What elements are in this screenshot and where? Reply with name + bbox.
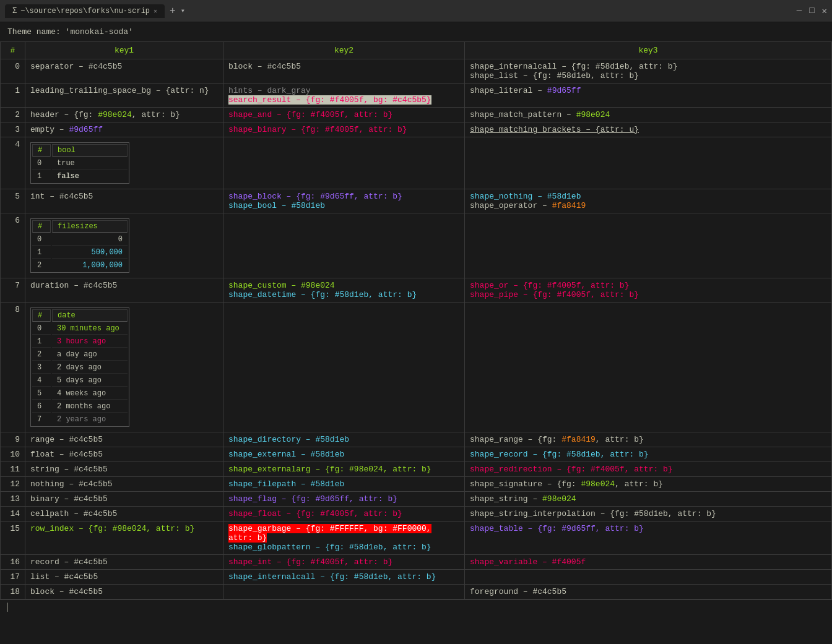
inner-row-num: 1: [32, 171, 51, 182]
row10-col3: shape_record – {fg: #58d1eb, attr: b}: [465, 447, 832, 462]
inner-hash-header: #: [32, 220, 51, 233]
row-num-8: 8: [1, 303, 25, 432]
inner-table-row: 0 true: [32, 158, 128, 170]
row-num-4: 4: [1, 137, 25, 189]
inner-col-header: bool: [52, 144, 128, 157]
row-num-15: 15: [1, 522, 25, 555]
row13-col1: binary – #c4c5b5: [25, 492, 223, 507]
inner-cell: 500,000: [52, 247, 128, 259]
row0-col3: shape_internalcall – {fg: #58d1eb, attr:…: [465, 59, 832, 84]
inner-table-row: 0 0: [32, 234, 128, 246]
new-tab-button[interactable]: +: [170, 6, 176, 17]
row18-col1: block – #c4c5b5: [25, 585, 223, 599]
inner-row-num: 4: [32, 375, 51, 387]
row15-col1: row_index – {fg: #98e024, attr: b}: [25, 522, 223, 555]
row16-col1: record – #c4c5b5: [25, 555, 223, 570]
minimize-button[interactable]: —: [797, 6, 802, 16]
row15-col3: shape_table – {fg: #9d65ff, attr: b}: [465, 522, 832, 555]
close-window-button[interactable]: ✕: [822, 6, 827, 16]
row1-col2: hints – dark_gray search_result – {fg: #…: [223, 84, 465, 108]
inner-row-num: 2: [32, 260, 51, 271]
table-row: 14 cellpath – #c4c5b5 shape_float – {fg:…: [1, 507, 832, 522]
maximize-button[interactable]: □: [809, 6, 814, 16]
table-row: 13 binary – #c4c5b5 shape_flag – {fg: #9…: [1, 492, 832, 507]
row12-col1: nothing – #c4c5b5: [25, 477, 223, 492]
inner-row-num: 2: [32, 349, 51, 361]
table-row: 16 record – #c4c5b5 shape_int – {fg: #f4…: [1, 555, 832, 570]
inner-cell: false: [52, 171, 128, 182]
row16-col3: shape_variable – #f4005f: [465, 555, 832, 570]
row10-col2: shape_external – #58d1eb: [223, 447, 465, 462]
row8-col3: [465, 303, 832, 432]
row12-col2: shape_filepath – #58d1eb: [223, 477, 465, 492]
table-row: 15 row_index – {fg: #98e024, attr: b} sh…: [1, 522, 832, 555]
row17-col2: shape_internalcall – {fg: #58d1eb, attr:…: [223, 570, 465, 585]
inner-col-header: date: [52, 309, 128, 322]
table-row: 4 # bool 0 true: [1, 137, 832, 189]
inner-table-row: 5 4 weeks ago: [32, 388, 128, 400]
row5-col2: shape_block – {fg: #9d65ff, attr: b} sha…: [223, 189, 465, 213]
row-num-18: 18: [1, 585, 25, 599]
inner-cell: 3 hours ago: [52, 336, 128, 348]
row17-col3: [465, 570, 832, 585]
cursor-line: │: [0, 599, 832, 614]
inner-row-num: 6: [32, 401, 51, 413]
row-num-5: 5: [1, 189, 25, 213]
inner-row-num: 0: [32, 234, 51, 246]
inner-cell: 0: [52, 234, 128, 246]
inner-cell: 1,000,000: [52, 260, 128, 271]
inner-row-num: 3: [32, 362, 51, 374]
row14-col1: cellpath – #c4c5b5: [25, 507, 223, 522]
inner-col-header: filesizes: [52, 220, 128, 233]
inner-table-row: 4 5 days ago: [32, 375, 128, 387]
row7-col3: shape_or – {fg: #f4005f, attr: b} shape_…: [465, 278, 832, 303]
row8-col1: # date 0 30 minutes ago 1 3 hours ago: [25, 303, 223, 432]
table-row: 7 duration – #c4c5b5 shape_custom – #98e…: [1, 278, 832, 303]
titlebar: Σ ~\source\repos\forks\nu-scrip ✕ + ▾ — …: [0, 0, 832, 22]
row5-col1: int – #c4c5b5: [25, 189, 223, 213]
terminal-icon: Σ: [12, 7, 17, 15]
inner-cell: 4 weeks ago: [52, 388, 128, 400]
inner-row-num: 5: [32, 388, 51, 400]
row-num-12: 12: [1, 477, 25, 492]
tab-nuscript[interactable]: Σ ~\source\repos\forks\nu-scrip ✕: [5, 4, 165, 18]
table-row: 11 string – #c4c5b5 shape_externalarg – …: [1, 462, 832, 477]
inner-row-num: 1: [32, 247, 51, 259]
row18-col3: foreground – #c4c5b5: [465, 585, 832, 599]
row0-col1: separator – #c4c5b5: [25, 59, 223, 84]
row3-col2: shape_binary – {fg: #f4005f, attr: b}: [223, 122, 465, 137]
row7-col1: duration – #c4c5b5: [25, 278, 223, 303]
row1-col1: leading_trailing_space_bg – {attr: n}: [25, 84, 223, 108]
row13-col2: shape_flag – {fg: #9d65ff, attr: b}: [223, 492, 465, 507]
row11-col2: shape_externalarg – {fg: #98e024, attr: …: [223, 462, 465, 477]
table-row: 2 header – {fg: #98e024, attr: b} shape_…: [1, 108, 832, 122]
row9-col1: range – #c4c5b5: [25, 432, 223, 447]
inner-cell: 5 days ago: [52, 375, 128, 387]
tab-close-button[interactable]: ✕: [154, 7, 157, 15]
inner-row-num: 1: [32, 336, 51, 348]
row6-col1: # filesizes 0 0 1 500,000: [25, 213, 223, 278]
table-row: 0 separator – #c4c5b5 block – #c4c5b5 sh…: [1, 59, 832, 84]
row4-col1: # bool 0 true 1 false: [25, 137, 223, 189]
row-num-0: 0: [1, 59, 25, 84]
window-controls: — □ ✕: [797, 6, 827, 16]
row-num-6: 6: [1, 213, 25, 278]
row4-col3: [465, 137, 832, 189]
inner-table-row: 7 2 years ago: [32, 414, 128, 425]
row-num-1: 1: [1, 84, 25, 108]
inner-hash-header: #: [32, 309, 51, 322]
tab-dropdown-button[interactable]: ▾: [181, 6, 185, 15]
inner-table-row: 1 3 hours ago: [32, 336, 128, 348]
row9-col2: shape_directory – #58d1eb: [223, 432, 465, 447]
row-num-10: 10: [1, 447, 25, 462]
table-row: 17 list – #c4c5b5 shape_internalcall – {…: [1, 570, 832, 585]
inner-table-row: 1 false: [32, 171, 128, 182]
row7-col2: shape_custom – #98e024 shape_datetime – …: [223, 278, 465, 303]
row3-col1: empty – #9d65ff: [25, 122, 223, 137]
theme-name-line: Theme name: 'monokai-soda': [0, 22, 832, 41]
row1-col3: shape_literal – #9d65ff: [465, 84, 832, 108]
inner-cell: a day ago: [52, 349, 128, 361]
row8-col2: [223, 303, 465, 432]
row-num-14: 14: [1, 507, 25, 522]
table-row: 8 # date 0 30 minutes ago: [1, 303, 832, 432]
